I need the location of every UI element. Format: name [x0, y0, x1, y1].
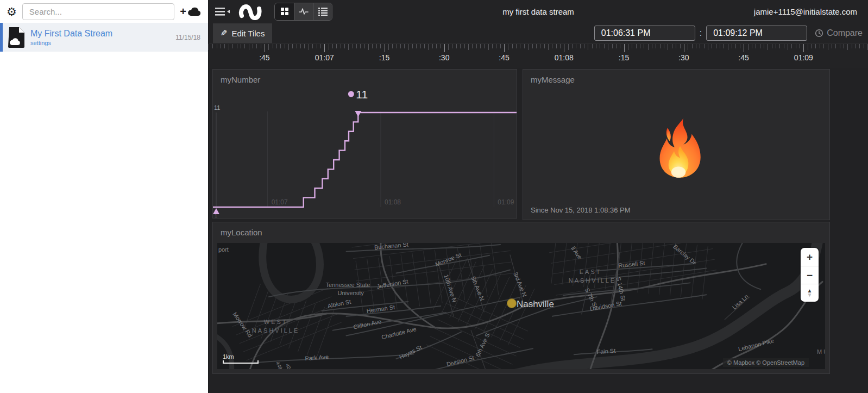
cloud-icon — [187, 7, 202, 16]
ruler-tick — [791, 44, 792, 48]
map-grid-street — [659, 243, 665, 295]
toolbar-row: ✎ Edit Tiles : Compare — [209, 23, 868, 43]
ruler-tick — [452, 44, 452, 48]
ruler-tick — [265, 44, 265, 52]
map-canvas[interactable]: portBuchanan StMonroe StTennessee StateU… — [217, 243, 825, 369]
ruler-tick — [784, 44, 784, 48]
map-street-label: Charlotte Ave — [381, 326, 417, 340]
compare-label: Compare — [827, 28, 863, 38]
tile-mylocation[interactable]: myLocation portBuchanan StMonroe StTenne… — [212, 222, 830, 374]
map-street-label: Hayes St — [398, 344, 423, 360]
tile-mynumber[interactable]: 01:0701:0801:0911111 myNumber — [212, 69, 517, 219]
map-street-label: port — [218, 246, 229, 253]
ruler-tick — [688, 44, 688, 50]
sidebar-collapse-button[interactable] — [215, 7, 230, 16]
settings-gear-icon[interactable]: ⚙ — [7, 6, 17, 17]
ruler-tick — [800, 44, 800, 48]
ruler-tick — [388, 44, 389, 50]
ruler-tick — [224, 44, 225, 48]
ruler-tick — [760, 44, 760, 48]
start-time-input[interactable] — [594, 26, 695, 41]
ruler-tick — [424, 44, 425, 48]
map-street-label: Tennessee State — [326, 282, 370, 288]
lines-view-button[interactable] — [313, 3, 332, 20]
tiles-view-button[interactable] — [275, 3, 294, 20]
initialstate-logo[interactable] — [238, 1, 262, 22]
ruler-tick — [664, 44, 664, 48]
ruler-tick — [217, 44, 217, 48]
fire-emoji — [647, 116, 706, 182]
ruler-tick — [309, 44, 309, 50]
map-street-label: MU — [817, 348, 825, 355]
ruler-tick — [644, 44, 644, 48]
ruler-tick — [356, 44, 357, 48]
ruler-tick-label: :45 — [259, 53, 269, 62]
ruler-tick-label: 01:09 — [794, 53, 813, 62]
ruler-tick — [285, 44, 285, 48]
ruler-tick — [656, 44, 656, 48]
squiggle-logo-icon — [238, 1, 262, 20]
account-email[interactable]: jamie+1115@initialstate.com — [754, 7, 857, 16]
ruler-tick-label: 01:08 — [555, 53, 574, 62]
ruler-tick — [385, 44, 385, 52]
end-time-input[interactable] — [706, 26, 807, 41]
ruler-tick — [380, 44, 381, 48]
map-grid-street — [298, 304, 315, 352]
ruler-tick — [372, 44, 373, 48]
ruler-tick — [500, 44, 501, 48]
stream-settings-link[interactable]: settings — [30, 40, 169, 46]
ruler-tick — [772, 44, 772, 48]
add-bucket-button[interactable]: + — [180, 6, 202, 17]
map-scale: 1km — [223, 353, 259, 364]
ruler-tick — [341, 44, 341, 48]
waves-view-button[interactable] — [294, 3, 313, 20]
tile-title: myNumber — [221, 75, 260, 84]
chart-x-label: 01:08 — [385, 198, 401, 206]
ruler-tick — [229, 44, 229, 50]
ruler-tick — [592, 44, 593, 48]
compare-button[interactable]: Compare — [815, 28, 863, 38]
ruler-tick — [300, 44, 301, 48]
ruler-tick — [273, 44, 273, 48]
ruler-tick — [320, 44, 321, 48]
ruler-tick — [720, 44, 720, 48]
map-pitch-button[interactable]: ▲ ▼ — [801, 284, 819, 302]
ruler-tick — [472, 44, 473, 48]
plus-icon: + — [180, 6, 186, 17]
edit-tiles-button[interactable]: ✎ Edit Tiles — [213, 23, 272, 43]
timeline-ruler[interactable]: :4501:07:15:30:4501:08:15:30:4501:09 — [209, 43, 868, 68]
ruler-tick — [744, 44, 744, 52]
tile-title: myMessage — [531, 75, 575, 84]
ruler-tick — [864, 44, 864, 48]
map-zoom-in-button[interactable]: + — [801, 248, 819, 266]
ruler-tick-label: :45 — [738, 53, 749, 62]
pitch-down-icon: ▼ — [807, 293, 813, 297]
sidebar-item-data-stream[interactable]: My First Data Stream settings 11/15/18 — [0, 23, 208, 52]
ruler-tick — [840, 44, 840, 48]
ruler-tick — [692, 44, 693, 48]
map-zoom-out-button[interactable]: − — [801, 266, 819, 284]
pencil-icon: ✎ — [221, 28, 228, 38]
ruler-tick — [524, 44, 525, 48]
search-input[interactable] — [22, 3, 174, 20]
map-grid-street — [355, 251, 511, 270]
ruler-tick — [620, 44, 620, 48]
chart-x-label: 01:09 — [498, 198, 514, 206]
ruler-tick — [516, 44, 517, 48]
ruler-tick — [779, 44, 780, 48]
tile-mymessage[interactable]: myMessage Since Nov 15, 2018 1 — [523, 69, 830, 220]
ruler-tick — [268, 44, 269, 50]
main-panel: my first data stream jamie+1115@initials… — [208, 0, 868, 393]
ruler-tick — [680, 44, 681, 48]
ruler-tick — [232, 44, 233, 48]
ruler-tick — [468, 44, 469, 50]
ruler-tick — [624, 44, 625, 52]
chart-value-dot — [348, 91, 354, 97]
map-grid-street — [316, 310, 334, 359]
ruler-tick — [612, 44, 613, 48]
chart-x-label: 01:07 — [272, 198, 288, 206]
ruler-tick — [844, 44, 844, 48]
map-street-label: 10th Ave N — [443, 273, 458, 303]
top-header: my first data stream jamie+1115@initials… — [209, 0, 868, 23]
chart-value-marker — [355, 111, 361, 117]
